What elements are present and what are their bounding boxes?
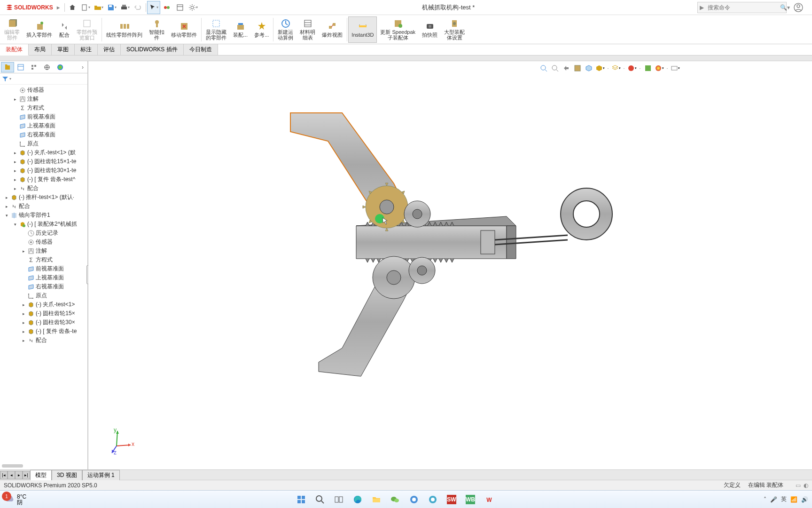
- search-input[interactable]: [706, 4, 780, 11]
- chevron-right-icon[interactable]: ▸: [57, 4, 60, 11]
- tree-item[interactable]: ▸历史记录: [0, 229, 87, 238]
- cmdtab-今日制造[interactable]: 今日制造: [184, 44, 218, 55]
- select-icon[interactable]: ▾: [147, 1, 160, 14]
- ribbon-智能扣-件[interactable]: 智能扣 件: [146, 16, 168, 43]
- tree-item[interactable]: ▸右视基准面: [0, 282, 87, 291]
- expand-panel-icon[interactable]: ›: [79, 64, 86, 71]
- tree-item[interactable]: ▸Σ方程式: [0, 103, 87, 112]
- tree-item[interactable]: ▸传感器: [0, 238, 87, 246]
- view-tab-运动算例 1[interactable]: 运动算例 1: [82, 470, 120, 480]
- search-icon[interactable]: 🔍: [780, 4, 787, 11]
- wb-app-icon[interactable]: WB: [462, 492, 479, 507]
- tray-ime-icon[interactable]: 英: [781, 495, 787, 503]
- tree-item[interactable]: ▸(-) 圆柱齿轮15×: [0, 309, 87, 318]
- status-units-icon[interactable]: ▭: [796, 482, 801, 489]
- tree-item[interactable]: ▸配合: [0, 336, 87, 345]
- tree-item[interactable]: ▸上视基准面: [0, 273, 87, 282]
- search-taskbar-icon[interactable]: [312, 492, 328, 507]
- cmdtab-评估[interactable]: 评估: [98, 44, 121, 55]
- cmdtab-标注[interactable]: 标注: [75, 44, 98, 55]
- dim-tab-icon[interactable]: [40, 62, 54, 72]
- rebuild-icon[interactable]: [160, 1, 173, 14]
- ribbon-配合[interactable]: 配合: [55, 16, 73, 43]
- wps-app-icon[interactable]: W: [481, 492, 498, 507]
- tree-item[interactable]: ▸(-) 夹爪-test<1> (默: [0, 148, 87, 157]
- tree-item[interactable]: ▸(-) 圆柱齿轮30×1-te: [0, 166, 87, 175]
- ribbon-移动零部件[interactable]: 移动零部件: [168, 16, 200, 43]
- tree-item[interactable]: ▸原点: [0, 291, 87, 300]
- user-icon[interactable]: [790, 0, 806, 16]
- tree-item[interactable]: ▸(-) 推杆-test<1> (默认·: [0, 193, 87, 202]
- view-triad[interactable]: x y z: [107, 427, 135, 455]
- ribbon-线性零部件阵列[interactable]: 线性零部件阵列: [103, 16, 146, 43]
- render-tools-icon[interactable]: ▾: [654, 63, 664, 73]
- search-dropdown-icon[interactable]: ▾: [787, 4, 790, 11]
- undo-icon[interactable]: [132, 1, 145, 14]
- system-tray[interactable]: ˄ 🎤 英 📶 🔊: [764, 495, 808, 503]
- app-logo[interactable]: SOLIDWORKS ▸: [2, 4, 63, 11]
- tree-item[interactable]: ▸配合: [0, 184, 87, 193]
- open-icon[interactable]: ▾: [92, 1, 105, 14]
- tree-item[interactable]: ▸(-) 圆柱齿轮15×1-te: [0, 157, 87, 166]
- display-style-icon[interactable]: ▾: [595, 63, 605, 73]
- tree-item[interactable]: ▸(-) [ 复件 齿条-te: [0, 327, 87, 336]
- options-panel-icon[interactable]: [173, 1, 187, 14]
- ribbon-拍快照[interactable]: 拍快照: [419, 16, 441, 43]
- ribbon-Instant3D[interactable]: Instant3D: [348, 16, 377, 43]
- sw-app-icon[interactable]: SW: [443, 492, 460, 507]
- view-settings-icon[interactable]: ▾: [670, 63, 680, 73]
- ribbon-新建运-动算例[interactable]: 新建运 动算例: [274, 16, 297, 43]
- status-custom-icon[interactable]: ◐: [804, 482, 808, 489]
- search-box[interactable]: ▶ 🔍 ▾: [697, 2, 787, 13]
- apply-scene-icon[interactable]: [643, 63, 653, 73]
- tree-item[interactable]: ▸(-) 圆柱齿轮30×: [0, 318, 87, 327]
- view-tab-last-icon[interactable]: ▸|: [23, 471, 30, 479]
- wechat-icon[interactable]: [387, 492, 404, 507]
- tree-horizontal-scrollbar[interactable]: [2, 464, 23, 468]
- section-view-icon[interactable]: [572, 63, 583, 73]
- start-icon[interactable]: [293, 492, 310, 507]
- cmdtab-装配体[interactable]: 装配体: [0, 44, 29, 56]
- config-tab-icon[interactable]: [27, 62, 40, 72]
- cmdtab-草图[interactable]: 草图: [52, 44, 75, 55]
- tree-item[interactable]: ▸上视基准面: [0, 121, 87, 130]
- explorer-icon[interactable]: [368, 492, 385, 507]
- feature-tree-tab-icon[interactable]: [1, 62, 14, 72]
- tree-item[interactable]: ▸前视基准面: [0, 112, 87, 121]
- property-tab-icon[interactable]: [14, 62, 27, 72]
- save-icon[interactable]: ▾: [105, 1, 118, 14]
- tray-volume-icon[interactable]: 🔊: [801, 496, 808, 503]
- weather-widget[interactable]: 1 8°C 阴: [4, 493, 26, 505]
- viewport[interactable]: ▾ · ▾ · ▾ · ▾ · ▾: [88, 61, 812, 469]
- view-tab-first-icon[interactable]: |◂: [0, 471, 8, 479]
- ribbon-显示隐藏-的零部件[interactable]: 显示隐藏 的零部件: [203, 16, 230, 43]
- view-tab-模型[interactable]: 模型: [30, 470, 52, 480]
- zoom-area-icon[interactable]: [550, 63, 560, 73]
- tray-chevron-icon[interactable]: ˄: [764, 496, 766, 503]
- browser-icon[interactable]: [424, 492, 441, 507]
- view-tab-prev-icon[interactable]: ◂: [8, 471, 15, 479]
- tree-item[interactable]: ▸Σ方程式: [0, 255, 87, 264]
- tree-item[interactable]: ▸A注解: [0, 246, 87, 255]
- ribbon-爆炸视图[interactable]: 爆炸视图: [319, 16, 346, 43]
- tree-item[interactable]: ▾(-) [ 装配体2^机械抓: [0, 220, 87, 229]
- ribbon-插入零部件[interactable]: 插入零部件: [23, 16, 55, 43]
- tray-mic-icon[interactable]: 🎤: [770, 496, 777, 503]
- ribbon-装配...[interactable]: 装配...: [230, 16, 251, 43]
- ribbon-更新-Speedpak-子装配体[interactable]: 更新 Speedpak 子装配体: [377, 16, 419, 43]
- tree-item[interactable]: ▸传感器: [0, 86, 87, 95]
- print-icon[interactable]: ▾: [118, 1, 132, 14]
- tree-item[interactable]: ▸(-) [ 复件 齿条-test^: [0, 175, 87, 184]
- tree-item[interactable]: ▾镜向零部件1: [0, 211, 87, 220]
- tree-item[interactable]: ▸配合: [0, 202, 87, 211]
- ribbon-材料明-细表[interactable]: 材料明 细表: [297, 16, 319, 43]
- cmdtab-SOLIDWORKS 插件[interactable]: SOLIDWORKS 插件: [121, 44, 184, 55]
- ribbon-参考...[interactable]: 参考...: [251, 16, 272, 43]
- prev-view-icon[interactable]: [561, 63, 571, 73]
- settings-icon[interactable]: ▾: [187, 1, 200, 14]
- view-orientation-icon[interactable]: [584, 63, 594, 73]
- edit-appearance-icon[interactable]: ▾: [627, 63, 637, 73]
- tray-network-icon[interactable]: 📶: [790, 496, 797, 503]
- zoom-fit-icon[interactable]: [539, 63, 549, 73]
- tree-item[interactable]: ▸原点: [0, 139, 87, 148]
